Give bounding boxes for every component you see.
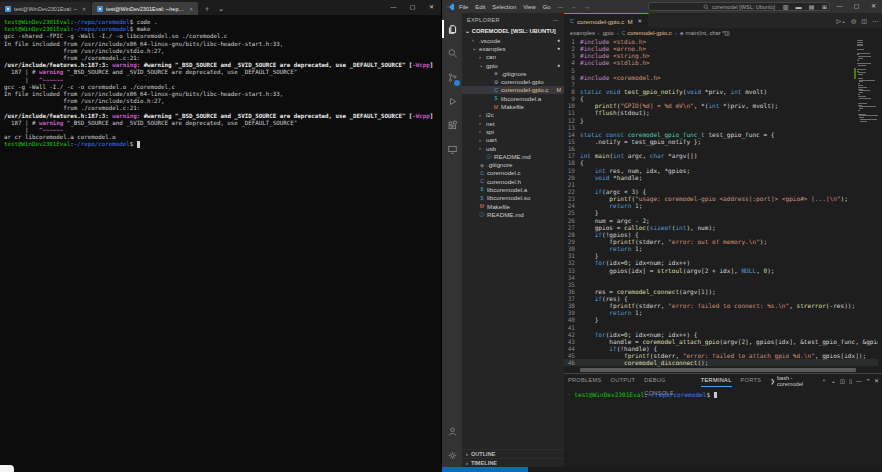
menu-item-edit[interactable]: Edit [475, 4, 485, 10]
panel-tab-terminal[interactable]: TERMINAL [701, 374, 732, 387]
terminal-dropdown-icon[interactable]: ⌄ [831, 378, 836, 384]
terminal-tab[interactable]: test@WinDev2301Eval: ~/rep…✕ [92, 2, 198, 15]
menu-item-[interactable]: ⋯ [557, 4, 563, 10]
code-line[interactable]: 42 for(idx=0; idx<num; idx++) { [564, 331, 882, 338]
timeline-section[interactable]: › TIMELINE [462, 458, 564, 467]
tree-item-uart[interactable]: ›uart [462, 136, 564, 144]
code-line[interactable]: 5 [564, 67, 882, 74]
code-editor[interactable]: 1#include <stdio.h>2#include <errno.h>3#… [564, 38, 882, 373]
code-line[interactable]: 1#include <stdio.h> [564, 38, 882, 45]
tree-item-libcoremodel-so[interactable]: $libcoremodel.so [462, 194, 564, 202]
breadcrumb-item[interactable]: gpio [603, 30, 614, 36]
tab-close-icon[interactable]: ✕ [638, 18, 643, 24]
split-terminal-icon[interactable]: ◫ [840, 378, 845, 384]
editor-tab-coremodel-gpio[interactable]: C coremodel-gpio.c M ✕ [564, 13, 649, 28]
code-line[interactable]: 8static void test_gpio_notify(void *priv… [564, 88, 882, 95]
code-line[interactable]: 43 handle = coremodel_attach_gpio(argv[2… [564, 338, 882, 345]
code-line[interactable]: 46 coremodel_disconnect(); [564, 359, 882, 366]
run-debug-icon[interactable] [442, 89, 462, 113]
minimize-panel-icon[interactable]: — [856, 378, 862, 384]
code-line[interactable]: 21 [564, 181, 882, 188]
integrated-terminal[interactable]: ◦ test@WinDev2301Eval:~/repo/coremodel$ [564, 387, 882, 398]
tree-item-i2c[interactable]: ›i2c [462, 111, 564, 119]
tree-item-coremodel-gpio[interactable]: ⚙coremodel-gpio [462, 77, 564, 85]
horizontal-scrollbar[interactable] [580, 368, 856, 372]
more-actions-icon[interactable]: ⋯ [872, 17, 878, 24]
code-line[interactable]: 34 [564, 274, 882, 281]
panel-tab-problems[interactable]: PROBLEMS [568, 374, 602, 387]
code-line[interactable]: 7 [564, 81, 882, 88]
code-line[interactable]: 4#include <stdlib.h> [564, 59, 882, 66]
code-line[interactable]: 10 printf("GPIO[%d] = %d mV\n", *(int *)… [564, 102, 882, 109]
close-icon[interactable]: ✕ [189, 6, 193, 12]
breadcrumb-item[interactable]: Ccoremodel-gpio.c [622, 30, 672, 36]
code-line[interactable]: 14static const coremodel_gpio_func_t tes… [564, 131, 882, 138]
code-line[interactable]: 20 void *handle; [564, 174, 882, 181]
remote-explorer-icon[interactable] [442, 137, 462, 161]
run-button[interactable]: ▷⌄ [836, 17, 846, 24]
code-line[interactable]: 3#include <string.h> [564, 52, 882, 59]
code-line[interactable]: 22 if(argc < 3) { [564, 188, 882, 195]
code-line[interactable]: 2#include <errno.h> [564, 45, 882, 52]
menu-item-go[interactable]: Go [543, 4, 551, 10]
code-line[interactable]: 29 fprintf(stderr, "error: out of memory… [564, 238, 882, 245]
tree-item-examples[interactable]: ⌄examples● [462, 44, 564, 52]
code-line[interactable]: 37 if(res) { [564, 295, 882, 302]
new-terminal-icon[interactable]: ＋ [821, 377, 827, 385]
vscode-close-button[interactable]: ✕ [865, 0, 882, 13]
explorer-icon[interactable] [442, 17, 462, 41]
outline-section[interactable]: › OUTLINE [462, 449, 564, 458]
tree-item--gitignore[interactable]: ◆.gitignore [462, 69, 564, 77]
terminal-minimize-button[interactable]: — [384, 0, 403, 15]
vscode-maximize-button[interactable]: ▢ [848, 0, 865, 13]
tree-item-net[interactable]: ›net [462, 119, 564, 127]
tree-item-can[interactable]: ›can [462, 53, 564, 61]
code-line[interactable]: 6#include <coremodel.h> [564, 74, 882, 81]
breadcrumb-item[interactable]: examples [570, 30, 595, 36]
vscode-minimize-button[interactable]: — [831, 0, 848, 13]
minimap[interactable] [854, 38, 878, 138]
accounts-icon[interactable] [442, 419, 462, 443]
split-editor-icon[interactable]: ◫ [861, 17, 867, 24]
new-tab-button[interactable]: ＋ [199, 2, 214, 15]
tree-item-readme-md[interactable]: ⓘREADME.md [462, 210, 564, 218]
tree-item-coremodel-h[interactable]: Ccoremodel.h [462, 177, 564, 185]
tree-item-libcoremodel-a[interactable]: $libcoremodel.a [462, 185, 564, 193]
code-line[interactable]: 33 gpios[idx] = strtoul(argv[2 + idx], N… [564, 267, 882, 274]
terminal-tab[interactable]: test@WinDev2301Eval: ~✕ [0, 2, 91, 15]
breadcrumb-item[interactable]: ◈main(int, char *[]) [680, 30, 730, 36]
source-control-icon[interactable] [442, 65, 462, 89]
tree-item-usb[interactable]: ›usb [462, 144, 564, 152]
code-line[interactable]: 9{ [564, 95, 882, 102]
tree-item--vscode[interactable]: ›.vscode● [462, 36, 564, 44]
code-line[interactable]: 35 [564, 281, 882, 288]
tree-item--gitignore[interactable]: ◆.gitignore [462, 160, 564, 168]
maximize-panel-icon[interactable]: ⌃ [866, 378, 871, 384]
kill-terminal-icon[interactable]: ▯ [849, 378, 852, 384]
panel-tab-ports[interactable]: PORTS [741, 374, 762, 387]
code-line[interactable]: 19 int res, num, idx, *gpios; [564, 167, 882, 174]
code-line[interactable]: 31 } [564, 252, 882, 259]
panel-tab-output[interactable]: OUTPUT [611, 374, 636, 387]
code-line[interactable]: 38 fprintf(stderr, "error: failed to con… [564, 302, 882, 309]
tab-dropdown-button[interactable]: ⌄ [214, 2, 228, 15]
tree-item-spi[interactable]: ›spi [462, 127, 564, 135]
extensions-icon[interactable] [442, 113, 462, 137]
forward-icon[interactable]: → [584, 3, 591, 10]
terminal-output[interactable]: test@WinDev2301Eval:~/repo/coremodel$ co… [0, 15, 441, 472]
settings-gear-icon[interactable] [442, 443, 462, 467]
tree-item-coremodel-gpio-c[interactable]: Ccoremodel-gpio.cM [462, 86, 564, 94]
close-icon[interactable]: ✕ [82, 6, 86, 12]
code-line[interactable]: 27 gpios = calloc(sizeof(int), num); [564, 224, 882, 231]
toggle-sidebar-icon[interactable]: ▥ [779, 3, 792, 10]
vertical-scrollbar[interactable] [878, 38, 882, 373]
code-line[interactable]: 40 } [564, 316, 882, 323]
panel-tab-debug-console[interactable]: DEBUG CONSOLE [644, 374, 692, 387]
code-line[interactable]: 45 fprintf(stderr, "error: failed to att… [564, 352, 882, 359]
remote-wsl-indicator[interactable] [442, 467, 528, 472]
code-line[interactable]: 25 } [564, 209, 882, 216]
code-line[interactable]: 39 return 1; [564, 309, 882, 316]
toggle-secondary-sidebar-icon[interactable]: ▤ [805, 3, 818, 10]
customize-layout-icon[interactable]: ⊞ [818, 3, 831, 10]
close-panel-icon[interactable]: ✕ [874, 378, 879, 384]
